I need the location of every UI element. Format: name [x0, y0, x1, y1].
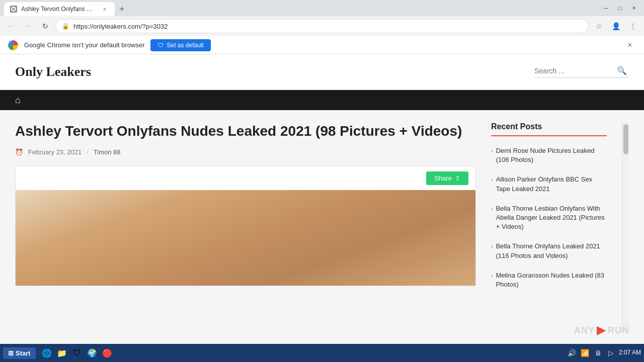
- post-title: Demi Rose Nude Pictures Leaked (106 Phot…: [496, 146, 607, 164]
- taskbar: ⊞ Start 🌐 📁 🛡 🌍 🔴 🔊 📶 🖥 ▷ 2:07 AM: [0, 344, 644, 362]
- notification-text: Google Chrome isn't your default browser: [24, 41, 144, 49]
- list-item[interactable]: › Demi Rose Nude Pictures Leaked (106 Ph…: [491, 141, 607, 170]
- forward-button[interactable]: →: [21, 19, 35, 33]
- scrollbar-thumb[interactable]: [623, 124, 628, 154]
- chevron-icon: ›: [491, 243, 493, 250]
- display-icon[interactable]: 🖥: [593, 347, 604, 358]
- chevron-icon: ›: [491, 147, 493, 155]
- post-title: Bella Thorne Onlyfans Leaked 2021 (116 P…: [496, 242, 607, 260]
- menu-button[interactable]: ⋮: [626, 19, 640, 33]
- post-title: Bella Thorne Lesbian Onlyfans With Abell…: [496, 204, 607, 232]
- set-default-icon: 🛡: [157, 42, 164, 49]
- share-label: Share: [434, 174, 452, 182]
- post-title: Melina Goransson Nudes Leaked (83 Photos…: [496, 271, 607, 289]
- sidebar: Recent Posts › Demi Rose Nude Pictures L…: [491, 122, 607, 332]
- tab-bar: Ashley Tervort Onlyfans Nudes Lea... × +: [4, 0, 129, 16]
- active-tab[interactable]: Ashley Tervort Onlyfans Nudes Lea... ×: [4, 2, 115, 16]
- chevron-icon: ›: [491, 205, 493, 213]
- list-item[interactable]: › Bella Thorne Lesbian Onlyfans With Abe…: [491, 199, 607, 237]
- share-button[interactable]: Share ⇧: [426, 171, 468, 185]
- taskbar-icon-red[interactable]: 🔴: [100, 346, 114, 360]
- set-default-label: Set as default: [167, 42, 203, 49]
- post-title: Allison Parker Onlyfans BBC Sex Tape Lea…: [496, 175, 607, 193]
- taskbar-icon-shield[interactable]: 🛡: [70, 346, 84, 360]
- recent-posts-heading: Recent Posts: [491, 122, 607, 136]
- scrollbar[interactable]: [622, 122, 629, 332]
- refresh-button[interactable]: ↻: [38, 19, 52, 33]
- list-item[interactable]: › Melina Goransson Nudes Leaked (83 Phot…: [491, 266, 607, 294]
- taskbar-icon-chrome[interactable]: 🌍: [85, 346, 99, 360]
- list-item[interactable]: › Allison Parker Onlyfans BBC Sex Tape L…: [491, 170, 607, 199]
- address-input[interactable]: 🔒 https://onlyleakers.com/?p=3032: [55, 19, 589, 33]
- bookmark-button[interactable]: ☆: [592, 19, 606, 33]
- system-clock: 2:07 AM: [619, 349, 641, 357]
- search-input[interactable]: [534, 67, 615, 75]
- share-bar: Share ⇧: [16, 166, 475, 190]
- taskbar-system-tray: 🔊 📶 🖥 ▷ 2:07 AM: [567, 347, 641, 358]
- browser-window: Ashley Tervort Onlyfans Nudes Lea... × +…: [0, 0, 644, 362]
- window-controls: ─ □ ×: [600, 2, 640, 14]
- set-default-button[interactable]: 🛡 Set as default: [150, 39, 210, 51]
- chevron-icon: ›: [491, 272, 493, 280]
- minimize-button[interactable]: ─: [600, 2, 612, 14]
- url-text: https://onlyleakers.com/?p=3032: [73, 23, 582, 30]
- notification-close-button[interactable]: ×: [624, 39, 636, 51]
- start-button[interactable]: ⊞ Start: [3, 347, 36, 359]
- main-content: Ashley Tervort Onlyfans Nudes Leaked 202…: [0, 110, 644, 344]
- website-content: Only Leakers 🔍 ⌂ Ashley Tervort Onlyfans…: [0, 54, 644, 344]
- close-window-button[interactable]: ×: [628, 2, 640, 14]
- account-button[interactable]: 👤: [609, 19, 623, 33]
- taskbar-quick-launch: 🌐 📁 🛡 🌍 🔴: [40, 346, 114, 360]
- back-button[interactable]: ←: [4, 19, 18, 33]
- chevron-icon: ›: [491, 176, 493, 184]
- article-author[interactable]: Timon 88: [94, 148, 121, 156]
- recent-posts-list: › Demi Rose Nude Pictures Leaked (106 Ph…: [491, 141, 607, 294]
- image-card: Share ⇧: [15, 166, 476, 286]
- notification-bar: Google Chrome isn't your default browser…: [0, 36, 644, 54]
- site-header: Only Leakers 🔍: [0, 54, 644, 90]
- tab-title: Ashley Tervort Onlyfans Nudes Lea...: [21, 6, 97, 13]
- site-logo: Only Leakers: [15, 64, 91, 79]
- taskbar-icon-folder[interactable]: 📁: [55, 346, 69, 360]
- maximize-button[interactable]: □: [614, 2, 626, 14]
- svg-point-2: [12, 8, 15, 11]
- lock-icon: 🔒: [62, 23, 69, 30]
- home-nav-icon[interactable]: ⌂: [15, 95, 21, 106]
- meta-divider: /: [87, 148, 89, 156]
- search-button[interactable]: 🔍: [615, 66, 629, 75]
- network-icon[interactable]: 📶: [580, 347, 591, 358]
- article-date: February 23, 2021: [28, 148, 82, 156]
- tab-close-button[interactable]: ×: [101, 5, 109, 13]
- start-label: Start: [16, 349, 31, 357]
- taskbar-icon-ie[interactable]: 🌐: [40, 346, 54, 360]
- title-bar: Ashley Tervort Onlyfans Nudes Lea... × +…: [0, 0, 644, 16]
- site-navigation: ⌂: [0, 90, 644, 110]
- address-bar: ← → ↻ 🔒 https://onlyleakers.com/?p=3032 …: [0, 16, 644, 36]
- chrome-logo-icon: [8, 40, 18, 50]
- speaker-icon[interactable]: 🔊: [567, 347, 578, 358]
- arrow-icon[interactable]: ▷: [606, 347, 617, 358]
- share-icon: ⇧: [455, 174, 460, 182]
- article-title: Ashley Tervort Onlyfans Nudes Leaked 202…: [15, 122, 476, 140]
- search-icon: 🔍: [617, 66, 627, 75]
- new-tab-button[interactable]: +: [115, 2, 129, 16]
- tab-favicon: [10, 6, 17, 13]
- start-windows-icon: ⊞: [8, 349, 14, 357]
- article-area: Ashley Tervort Onlyfans Nudes Leaked 202…: [15, 122, 476, 332]
- article-meta: ⏰ February 23, 2021 / Timon 88: [15, 148, 476, 156]
- article-image: [16, 190, 475, 286]
- list-item[interactable]: › Bella Thorne Onlyfans Leaked 2021 (116…: [491, 237, 607, 265]
- search-container: 🔍: [534, 66, 629, 78]
- date-icon: ⏰: [15, 148, 23, 156]
